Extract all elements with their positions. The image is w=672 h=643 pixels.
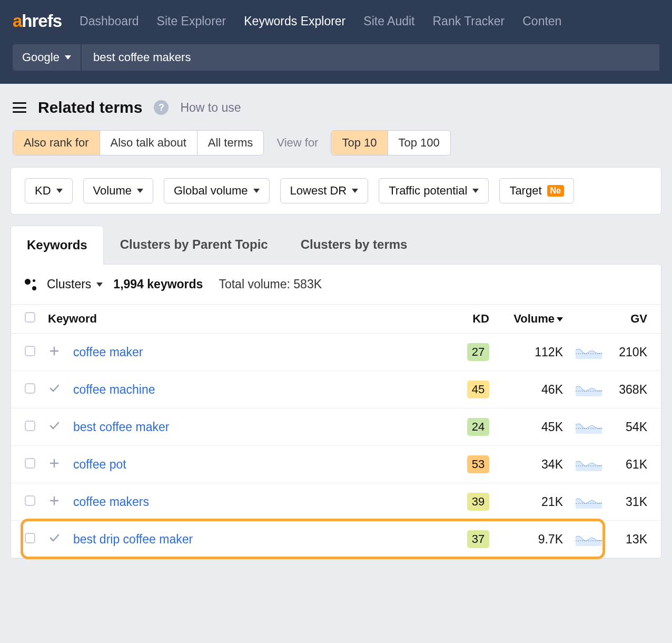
kd-badge: 37 [467, 530, 489, 548]
row-checkbox[interactable] [25, 383, 35, 394]
keywords-table: Keyword KD Volume GV coffee maker27112K2… [11, 304, 661, 558]
column-volume[interactable]: Volume [496, 305, 569, 334]
view-for-label: View for [276, 136, 318, 150]
check-icon[interactable] [48, 382, 61, 394]
check-icon[interactable] [48, 532, 61, 543]
filter-label: Traffic potential [389, 184, 467, 198]
volume-cell: 46K [496, 371, 569, 408]
keyword-link[interactable]: best drip coffee maker [73, 532, 193, 546]
row-checkbox[interactable] [25, 458, 35, 469]
filter-global-volume[interactable]: Global volume [164, 178, 270, 203]
plus-icon[interactable] [48, 458, 61, 469]
menu-icon[interactable] [13, 102, 26, 113]
mode-all-terms[interactable]: All terms [197, 131, 264, 155]
gv-cell: 31K [608, 483, 661, 521]
volume-cell: 45K [496, 408, 569, 446]
filter-label: KD [35, 184, 51, 198]
logo: ahrefs [13, 11, 62, 31]
tabs: KeywordsClusters by Parent TopicClusters… [0, 225, 672, 264]
filter-label: Global volume [174, 184, 248, 198]
filter-target[interactable]: TargetNe [499, 178, 574, 203]
keyword-count: 1,994 keywords [113, 277, 203, 291]
filter-traffic-potential[interactable]: Traffic potential [379, 178, 489, 203]
row-checkbox[interactable] [25, 495, 35, 506]
check-icon[interactable] [48, 420, 61, 431]
table-row: coffee makers3921K31K [11, 483, 661, 521]
trend-sparkline [576, 383, 602, 396]
row-checkbox[interactable] [25, 533, 35, 543]
row-checkbox[interactable] [25, 421, 35, 431]
how-to-use-link[interactable]: How to use [180, 101, 241, 115]
tab-keywords[interactable]: Keywords [11, 226, 104, 265]
view-top-10[interactable]: Top 10 [331, 131, 388, 155]
chevron-down-icon [65, 55, 71, 60]
nav-site-audit[interactable]: Site Audit [363, 14, 414, 28]
filter-lowest-dr[interactable]: Lowest DR [280, 178, 369, 203]
keyword-link[interactable]: best coffee maker [73, 420, 169, 434]
keyword-link[interactable]: coffee makers [73, 495, 149, 509]
page-header: Related terms ? How to use [0, 84, 672, 130]
table-row: coffee machine4546K368K [11, 371, 661, 408]
plus-icon[interactable] [48, 346, 61, 356]
table-row: best drip coffee maker379.7K13K [11, 521, 661, 558]
help-icon[interactable]: ? [154, 100, 169, 115]
keyword-link[interactable]: coffee maker [73, 345, 143, 359]
kd-badge: 39 [467, 493, 489, 511]
chevron-down-icon [472, 189, 479, 193]
mode-filter-row: Also rank forAlso talk aboutAll terms Vi… [0, 130, 672, 167]
trend-sparkline [576, 345, 602, 359]
search-engine-label: Google [22, 51, 60, 64]
row-checkbox[interactable] [25, 346, 35, 356]
search-input-wrap [82, 44, 659, 71]
top-nav: ahrefs DashboardSite ExplorerKeywords Ex… [0, 0, 672, 42]
trend-sparkline [576, 420, 602, 434]
mode-also-talk-about[interactable]: Also talk about [100, 131, 197, 155]
chevron-down-icon [352, 189, 358, 193]
filter-label: Volume [93, 184, 132, 198]
volume-cell: 21K [496, 483, 569, 521]
table-row: coffee maker27112K210K [11, 334, 661, 371]
clusters-icon [25, 279, 36, 290]
chevron-down-icon [56, 189, 63, 193]
new-badge: Ne [547, 185, 564, 197]
filter-label: Lowest DR [290, 184, 347, 198]
filter-kd[interactable]: KD [25, 178, 73, 203]
view-segment: Top 10Top 100 [331, 130, 450, 155]
mode-segment: Also rank forAlso talk aboutAll terms [13, 130, 264, 155]
nav-site-explorer[interactable]: Site Explorer [157, 14, 226, 28]
volume-cell: 112K [496, 334, 569, 371]
mode-also-rank-for[interactable]: Also rank for [13, 131, 100, 155]
search-input[interactable] [93, 51, 648, 64]
column-keyword[interactable]: Keyword [42, 305, 453, 334]
search-bar: Google [0, 42, 672, 84]
kd-badge: 24 [467, 418, 489, 436]
page-title: Related terms [38, 99, 142, 116]
column-gv[interactable]: GV [608, 305, 661, 334]
gv-cell: 13K [608, 521, 661, 558]
column-kd[interactable]: KD [453, 305, 496, 334]
tab-clusters-by-parent-topic[interactable]: Clusters by Parent Topic [104, 225, 284, 264]
nav-rank-tracker[interactable]: Rank Tracker [432, 14, 505, 28]
trend-sparkline [576, 495, 602, 509]
nav-conten[interactable]: Conten [522, 14, 561, 28]
total-volume: Total volume: 583K [219, 277, 322, 291]
keyword-link[interactable]: coffee machine [73, 383, 155, 396]
plus-icon[interactable] [48, 495, 61, 506]
view-top-100[interactable]: Top 100 [388, 131, 450, 155]
column-volume-label: Volume [513, 312, 555, 325]
kd-badge: 53 [467, 455, 489, 473]
nav-dashboard[interactable]: Dashboard [80, 14, 139, 28]
table-row: best coffee maker2445K54K [11, 408, 661, 446]
search-engine-select[interactable]: Google [13, 44, 81, 71]
keyword-link[interactable]: coffee pot [73, 457, 126, 471]
tab-clusters-by-terms[interactable]: Clusters by terms [284, 225, 424, 264]
trend-sparkline [576, 532, 602, 546]
volume-cell: 34K [496, 446, 569, 483]
select-all-checkbox[interactable] [25, 312, 35, 323]
keywords-table-card: Clusters 1,994 keywords Total volume: 58… [11, 264, 661, 559]
nav-keywords-explorer[interactable]: Keywords Explorer [244, 14, 345, 28]
clusters-dropdown[interactable]: Clusters [47, 277, 103, 291]
filter-volume[interactable]: Volume [83, 178, 153, 203]
volume-cell: 9.7K [496, 521, 569, 558]
clusters-label: Clusters [47, 277, 91, 291]
